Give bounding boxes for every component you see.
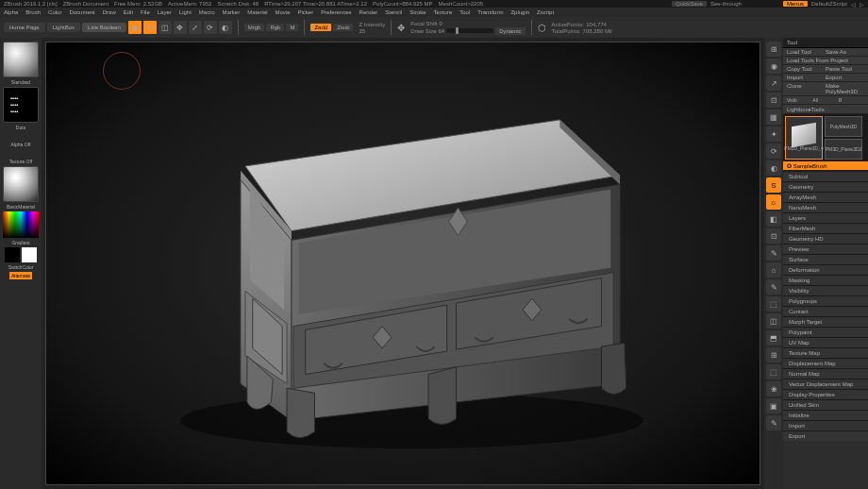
make-polymesh-button[interactable]: Make PolyMesh3D [826,83,864,94]
menu-stroke[interactable]: Stroke [409,9,426,15]
dynamic-button[interactable]: Dynamic [495,27,525,35]
gizmo-icon[interactable]: ◐ [219,21,232,34]
r-button[interactable]: R [839,97,864,103]
menu-alpha[interactable]: Alpha [4,9,18,15]
category-display-properties[interactable]: Display Properties [783,389,868,399]
menu-document[interactable]: Document [69,9,94,15]
category-preview[interactable]: Preview [783,244,868,254]
ghost-icon[interactable]: ⊡ [766,228,781,244]
brush-thumb[interactable] [3,42,39,77]
menu-picker[interactable]: Picker [298,9,314,15]
tool-thumb-3[interactable]: PM3D_Plane3D2 [825,139,862,160]
frame-icon[interactable]: ▦ [766,110,781,125]
category-masking[interactable]: Masking [783,275,868,285]
model-chest[interactable] [89,69,716,458]
m-button[interactable]: M [286,24,298,31]
menu-brush[interactable]: Brush [25,9,41,15]
alpha-label[interactable]: Alpha Off [11,142,31,147]
sculptris-icon[interactable]: ◆ [128,21,142,34]
load-tool-button[interactable]: Load Tool [787,49,826,55]
bpr-icon[interactable]: ⊞ [766,42,781,57]
category-normal-map[interactable]: Normal Map [783,368,868,379]
solo-icon[interactable]: S [766,177,781,193]
category-subtool[interactable]: Subtool [783,171,868,181]
category-export[interactable]: Export [783,430,868,441]
material-thumb[interactable] [3,166,39,202]
menu-edit[interactable]: Edit [124,9,133,15]
category-import[interactable]: Import [783,420,868,430]
draw2-icon[interactable]: ✎ [766,279,781,295]
category-morph-target[interactable]: Morph Target [783,316,868,327]
lightbox-tools-button[interactable]: Lightbox▸Tools [783,105,868,114]
menu-tool[interactable]: Tool [459,9,470,15]
rgb-button[interactable]: Rgb [266,24,284,31]
tab-home[interactable]: Home Page [4,23,45,32]
grid-icon[interactable]: ⊞ [766,347,781,363]
rotate-icon[interactable]: ⟳ [766,143,781,159]
category-initialize[interactable]: Initialize [783,410,868,420]
all-button[interactable]: All [812,97,838,103]
category-visibility[interactable]: Visibility [783,285,868,295]
copy-tool-button[interactable]: Copy Tool [787,66,826,72]
rotate-icon[interactable]: ⟳ [204,21,217,34]
menu-movie[interactable]: Movie [275,9,291,15]
save-as-button[interactable]: Save As [826,49,864,55]
category-vector-displacement-map[interactable]: Vector Displacement Map [783,379,868,389]
zadd-button[interactable]: Zadd [310,24,331,31]
zapplink-icon[interactable]: ❀ [766,381,781,396]
snapshot-icon[interactable]: ⬚ [766,364,781,379]
load-project-button[interactable]: Load Tools From Project [783,57,868,65]
category-unified-skin[interactable]: Unified Skin [783,399,868,410]
edit-icon[interactable]: ✎ [766,245,781,261]
tab-lightbox[interactable]: LightBox [47,23,80,32]
category-arraymesh[interactable]: ArrayMesh [783,192,868,202]
draw-icon[interactable]: ◫ [159,21,172,34]
menu-light[interactable]: Light [179,9,192,15]
zintensity-value[interactable]: 25 [359,28,385,34]
zsub-button[interactable]: Zsub [333,24,353,31]
edit-icon[interactable]: ✎ [143,21,157,34]
alternate-button[interactable]: Alternate [9,272,32,279]
menu-stencil[interactable]: Stencil [385,9,402,15]
shadow-icon[interactable]: ◐ [766,160,781,176]
xpose-icon[interactable]: ✦ [766,126,781,142]
tool-panel-title[interactable]: Tool [783,38,868,48]
menu-marker[interactable]: Marker [222,9,240,15]
category-nanomesh[interactable]: NanoMesh [783,202,868,212]
category-polypaint[interactable]: Polypaint [783,327,868,337]
texture-label[interactable]: Texture Off [9,159,32,164]
menu-material[interactable]: Material [247,9,267,15]
category-fibermesh[interactable]: FiberMesh [783,223,868,233]
clone-button[interactable]: Clone [787,83,826,94]
tool-thumb-main[interactable]: PM3D_Plane3D_4 [785,116,823,160]
quicksave-button[interactable]: QuickSave [672,1,707,7]
category-geometry-hd[interactable]: Geometry HD [783,233,868,244]
projection-icon[interactable]: ▣ [766,398,781,413]
drawsize-slider[interactable] [446,28,493,33]
aahalf-icon[interactable]: ⬒ [766,330,781,346]
paste-tool-button[interactable]: Paste Tool [826,66,864,72]
menu-color[interactable]: Color [48,9,61,15]
menu-file[interactable]: File [141,9,150,15]
import-button[interactable]: Import [787,75,826,80]
drawsize-value[interactable]: 64 [439,28,445,34]
swatch-primary[interactable] [22,247,37,262]
tab-liveboolean[interactable]: Live Boolean [82,23,126,32]
perspective-icon[interactable]: ◉ [766,59,781,74]
swatch-secondary[interactable] [5,247,20,262]
tool-thumb-2[interactable]: PolyMesh3D [825,116,862,137]
category-contact[interactable]: Contact [783,306,868,316]
viewport[interactable] [45,42,760,485]
gradient-label[interactable]: Gradient [11,240,29,245]
category-displacement-map[interactable]: Displacement Map [783,358,868,368]
actual-icon[interactable]: ◫ [766,313,781,329]
menu-render[interactable]: Render [359,9,378,15]
category-deformation[interactable]: Deformation [783,264,868,275]
category-texture-map[interactable]: Texture Map [783,347,868,358]
menu-transform[interactable]: Transform [477,9,503,15]
menu-preferences[interactable]: Preferences [321,9,351,15]
menu-zplugin[interactable]: Zplugin [510,9,529,15]
menu-zscript[interactable]: Zscript [537,9,554,15]
floor-icon[interactable]: ↗ [766,76,781,91]
move-icon[interactable]: ✥ [174,21,187,34]
